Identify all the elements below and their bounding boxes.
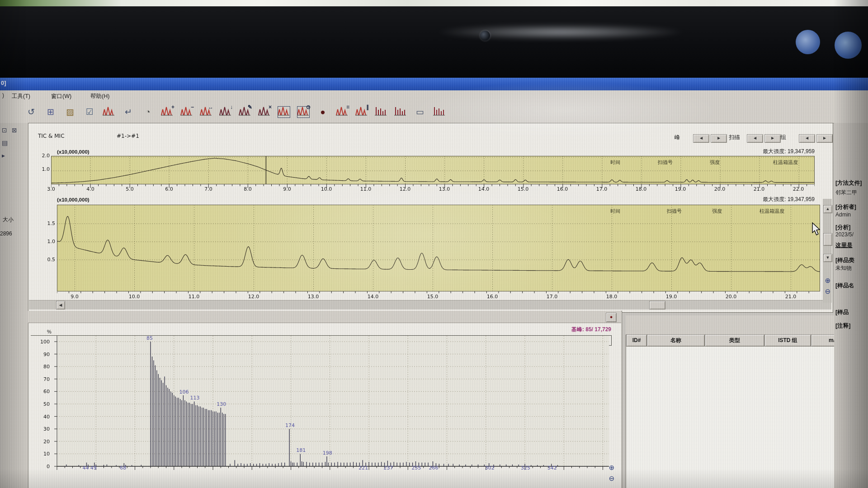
mz-peak-label: 325 (521, 465, 530, 471)
search-disabled-icon[interactable]: × (258, 106, 271, 118)
report-window-icon[interactable] (277, 106, 291, 118)
tic-y-tick: 1.5 (43, 221, 55, 226)
clock-icon[interactable]: ◔ (141, 106, 155, 118)
overview-x-tick: 17.0 (594, 186, 610, 192)
bezel-sticker-right (835, 32, 862, 59)
overview-x-tick: 20.0 (712, 186, 728, 192)
group-next-button[interactable]: ▶ (816, 134, 833, 143)
tic-mic-overview-plot[interactable] (51, 156, 815, 191)
overview-x-tick: 22.0 (790, 186, 807, 192)
zoom-in-icon[interactable]: ⊕ (824, 277, 832, 286)
overview-x-tick: 14.0 (476, 186, 492, 192)
bar-display-icon[interactable] (433, 106, 446, 118)
spectrum-zoom-in-icon[interactable]: ⊕ (608, 464, 616, 473)
tic-x-tick: 14.0 (365, 294, 381, 300)
sidebar-value: Admin (835, 211, 868, 218)
tic-col-header: 强度 (712, 208, 722, 215)
scroll-left-button[interactable]: ◀ (56, 301, 65, 310)
menu-item-3[interactable]: 帮助(H) (89, 92, 111, 101)
tool-bar[interactable]: ↺⊞▨☑↵◔+−↔↓✎×⊙●≡∥▭ (0, 102, 868, 123)
scroll-thumb[interactable] (649, 301, 665, 310)
panel-window-icon[interactable]: ⊡ (2, 127, 7, 134)
menu-item-1[interactable]: 工具(T) (10, 92, 32, 101)
overview-max-intensity: 最大强度: 19,347,959 (702, 148, 815, 155)
overview-x-tick: 5.0 (122, 186, 138, 192)
zoom-in-peaks-icon[interactable]: + (160, 106, 174, 118)
overview-col-header: 扫描号 (658, 159, 673, 166)
mz-peak-label: 237 (383, 465, 393, 471)
overview-y-tick: 1.0 (38, 166, 50, 172)
compound-table-top-strip (626, 315, 868, 335)
scan-range-label: #1->#1 (117, 133, 139, 139)
spectrum-zoom-out-icon[interactable]: ⊖ (608, 474, 616, 483)
undo-icon[interactable]: ↺ (24, 106, 38, 118)
sidebar-label: [样品 (835, 309, 868, 316)
table-header-4[interactable]: ISTD 组 (764, 334, 811, 347)
chart-horizontal-scrollbar[interactable]: ◀ (29, 300, 831, 310)
overview-x-tick: 4.0 (82, 186, 99, 192)
spectrum-trace-icon[interactable] (394, 106, 407, 118)
mz-peak-label: 221 (359, 465, 368, 471)
annotation-icon[interactable]: ▭ (413, 106, 427, 118)
spectrum-y-tick: 60 (37, 389, 50, 394)
mz-peak-label: 302 (485, 465, 495, 471)
mz-peak-label: 130 (217, 401, 226, 407)
spectrum-search-icon[interactable]: ⊙ (297, 106, 310, 118)
tic-y-tick: 0.5 (43, 257, 55, 263)
sidebar-link[interactable]: 这里是 (835, 242, 868, 249)
overview-x-tick: 3.0 (43, 186, 59, 192)
scroll-down-button[interactable]: ▼ (823, 254, 832, 262)
group-prev-button[interactable]: ◀ (799, 134, 815, 143)
overview-x-tick: 7.0 (200, 186, 217, 192)
window-titlebar[interactable]: 0] (0, 78, 868, 90)
overview-x-tick: 11.0 (358, 186, 374, 192)
data-explorer-icon[interactable]: ⊞ (44, 106, 57, 118)
tic-plot[interactable] (57, 205, 820, 298)
tic-x-tick: 10.0 (126, 294, 142, 300)
peak-prev-button[interactable]: ◀ (693, 134, 709, 143)
zoom-out-peaks-icon[interactable]: − (180, 106, 193, 118)
peak-list-icon[interactable]: ☑ (83, 106, 96, 118)
mz-peak-label: 181 (296, 447, 306, 453)
menu-item-2[interactable]: 窗口(W) (49, 92, 73, 101)
menu-bar[interactable]: ) 工具(T)窗口(W)帮助(H) (0, 90, 868, 103)
table-header-3[interactable]: 类型 (705, 334, 764, 347)
peak-pick-icon[interactable]: ↓ (219, 106, 232, 118)
record-icon[interactable]: ● (316, 106, 330, 118)
manual-peak-edit-icon[interactable]: ✎ (238, 106, 252, 118)
panel-chevron-icon[interactable]: ▸ (2, 152, 5, 159)
chart-vertical-scrollbar[interactable]: ▲ ▼ ⊕ ⊖ (823, 199, 832, 303)
menu-edge-fragment: ) (2, 92, 4, 99)
send-to-window-icon[interactable]: ↵ (122, 106, 135, 118)
lab-ceiling-strip (0, 0, 868, 6)
scan-next-button[interactable]: ▶ (764, 134, 781, 143)
monitor-bezel (0, 6, 868, 78)
file-edit-icon[interactable]: ▨ (63, 106, 77, 118)
tic-x-tick: 13.0 (305, 294, 321, 300)
vscroll-thumb[interactable] (823, 233, 832, 246)
scroll-up-button[interactable]: ▲ (823, 205, 832, 213)
panel-list-icon[interactable]: ▤ (2, 139, 8, 146)
overview-x-tick: 9.0 (279, 186, 295, 192)
sidebar-label: [分析者] (835, 203, 868, 211)
tic-y-tick: 1.0 (43, 239, 55, 244)
calibration-peaks-icon[interactable] (102, 106, 116, 118)
zoom-out-icon[interactable]: ⊖ (824, 287, 832, 296)
mass-bars-icon[interactable] (374, 106, 388, 118)
bezel-glare (434, 24, 687, 40)
quant-browser-icon[interactable]: ≡ (335, 106, 349, 118)
tic-col-header: 扫描号 (667, 208, 682, 215)
panel-close-icon[interactable]: ⊠ (12, 127, 17, 134)
table-header-2[interactable]: 名称 (647, 334, 705, 347)
record-button[interactable]: ● (606, 313, 617, 322)
bezel-sticker-left (796, 30, 820, 54)
expand-x-peaks-icon[interactable]: ↔ (199, 106, 213, 118)
overview-x-tick: 12.0 (397, 186, 413, 192)
overview-x-tick: 21.0 (751, 186, 767, 192)
table-header-1[interactable]: ID# (626, 334, 647, 347)
peak-next-button[interactable]: ▶ (711, 134, 727, 143)
compound-table-header-row[interactable]: ID#名称类型ISTD 组m/z保留时间 (626, 334, 868, 347)
overview-x-tick: 6.0 (161, 186, 177, 192)
peak-integrate-icon[interactable]: ∥ (355, 106, 368, 118)
scan-prev-button[interactable]: ◀ (747, 134, 763, 143)
